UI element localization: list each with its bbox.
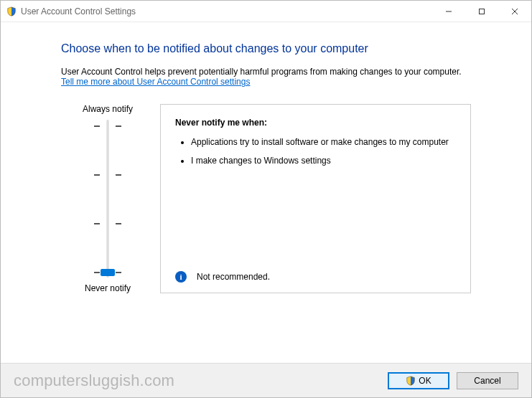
titlebar: User Account Control Settings [1,1,531,22]
info-panel: Never notify me when: Applications try t… [160,104,471,293]
maximize-button[interactable] [465,1,498,22]
cancel-button-label: Cancel [474,376,500,386]
watermark: computersluggish.com [14,371,174,390]
window-controls [432,1,531,22]
page-description: User Account Control helps prevent poten… [61,67,471,77]
footer-buttons: OK Cancel [388,372,518,389]
minimize-button[interactable] [432,1,465,22]
content-area: Choose when to be notified about changes… [1,22,531,363]
shield-icon [406,376,416,386]
cancel-button[interactable]: Cancel [457,372,518,389]
shield-icon [6,6,17,16]
panel-footer: i Not recommended. [175,271,456,283]
slider-column: Always notify Never notify [61,104,154,293]
window-title: User Account Control Settings [21,6,136,16]
ok-button[interactable]: OK [388,372,449,389]
close-button[interactable] [498,1,531,22]
info-icon: i [175,271,187,283]
panel-list-item: I make changes to Windows settings [191,155,456,166]
notification-level-slider[interactable] [90,120,126,278]
slider-track [107,120,109,278]
slider-thumb[interactable] [101,269,115,276]
body-area: Always notify Never notify Never notify … [61,104,471,293]
uac-settings-window: User Account Control Settings Choose whe… [0,0,532,398]
panel-title: Never notify me when: [175,118,456,128]
panel-note: Not recommended. [197,272,270,282]
ok-button-label: OK [419,376,431,386]
panel-list-item: Applications try to install software or … [191,136,456,148]
slider-top-label: Always notify [61,104,154,114]
page-heading: Choose when to be notified about changes… [61,42,471,55]
learn-more-link[interactable]: Tell me more about User Account Control … [61,77,250,87]
footer: computersluggish.com OK Cancel [1,363,531,397]
panel-list: Applications try to install software or … [179,136,456,174]
slider-bottom-label: Never notify [61,283,154,293]
svg-rect-1 [480,9,485,14]
